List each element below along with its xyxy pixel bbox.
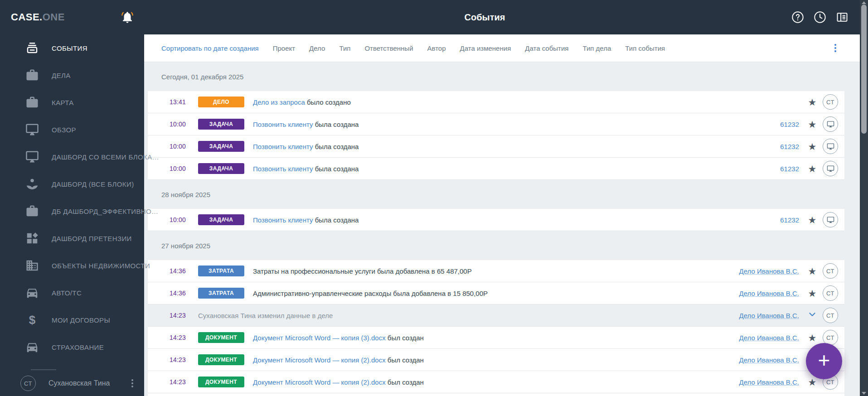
- building-icon: [25, 258, 42, 273]
- star-icon[interactable]: ★: [806, 142, 818, 151]
- sidebar-item-events[interactable]: СОБЫТИЯ: [0, 34, 144, 62]
- sidebar-item-map[interactable]: КАРТА: [0, 89, 144, 116]
- sidebar: СОБЫТИЯДЕЛАКАРТАОБЗОРДАШБОРД СО ВСЕМИ БЛ…: [0, 34, 144, 396]
- filter-case-type[interactable]: Тип дела: [582, 44, 611, 52]
- user-menu-dots-icon[interactable]: [131, 379, 133, 387]
- sidebar-item-label: ОБЗОР: [52, 126, 76, 134]
- case-number-link[interactable]: 61232: [780, 143, 799, 150]
- event-type-badge: ДЕЛО: [198, 97, 244, 107]
- event-type-badge: ЗАДАЧА: [198, 119, 244, 130]
- filter-date-event[interactable]: Дата события: [525, 44, 568, 52]
- page-title: События: [144, 0, 825, 34]
- event-row[interactable]: 10:00ЗАДАЧАПозвонить клиенту была создан…: [148, 113, 844, 135]
- sidebar-item-contracts[interactable]: $МОИ ДОГОВОРЫ: [0, 306, 144, 333]
- sidebar-item-real-estate[interactable]: ОБЪЕКТЫ НЕДВИЖИМОСТИ: [0, 252, 144, 279]
- filter-menu-dots-icon[interactable]: [834, 44, 836, 52]
- event-link[interactable]: Дело из запроса: [253, 98, 305, 106]
- avatar-monitor-icon: [823, 116, 838, 132]
- history-icon[interactable]: [814, 11, 826, 24]
- sidebar-item-cases[interactable]: ДЕЛА: [0, 62, 144, 89]
- page-scrollbar[interactable]: [860, 0, 868, 396]
- event-row[interactable]: 10:00ЗАДАЧАПозвонить клиенту была создан…: [148, 209, 844, 231]
- event-time: 14:23: [170, 356, 198, 363]
- star-icon[interactable]: ★: [806, 164, 818, 174]
- avatar-monitor-icon: [823, 161, 838, 176]
- monitor-icon: [25, 122, 42, 137]
- case-number-link[interactable]: 61232: [780, 165, 799, 173]
- add-event-fab[interactable]: +: [806, 343, 842, 379]
- events-list: Сегодня, 01 декабря 202513:41ДЕЛОДело из…: [148, 62, 844, 396]
- star-icon[interactable]: ★: [806, 215, 818, 225]
- event-time: 10:00: [170, 143, 198, 150]
- logo-area: CASE.ONE: [0, 0, 144, 34]
- event-time: 10:00: [170, 165, 198, 172]
- sidebar-item-label: МОИ ДОГОВОРЫ: [52, 316, 110, 324]
- star-icon[interactable]: ★: [806, 377, 818, 387]
- avatar-initials: СТ: [823, 285, 838, 301]
- event-row[interactable]: 14:23ДОКУМЕНТДокумент Microsoft Word — к…: [148, 349, 844, 371]
- sidebar-item-dashboard-all-blocks[interactable]: ДАШБОРД СО ВСЕМИ БЛОКА…: [0, 143, 144, 170]
- avatar-initials: СТ: [823, 94, 838, 110]
- case-link[interactable]: Дело Иванова В.С.: [739, 312, 799, 319]
- case-link[interactable]: Дело Иванова В.С.: [739, 290, 799, 297]
- filter-case[interactable]: Дело: [309, 44, 325, 52]
- filter-type[interactable]: Тип: [339, 44, 350, 52]
- help-icon[interactable]: [791, 11, 804, 24]
- sidebar-item-insurance[interactable]: СТРАХОВАНИЕ: [0, 333, 144, 361]
- event-link[interactable]: Позвонить клиенту: [253, 143, 313, 150]
- sidebar-item-auto[interactable]: АВТО/ТС: [0, 279, 144, 306]
- case-number-link[interactable]: 61232: [780, 216, 799, 224]
- star-icon[interactable]: ★: [806, 266, 818, 276]
- event-row[interactable]: 13:41ДЕЛОДело из запроса было создано★СТ: [148, 91, 844, 113]
- layout-columns-icon[interactable]: [836, 11, 849, 24]
- sidebar-item-dashboard-vse-bloki[interactable]: ДАШБОРД (ВСЕ БЛОКИ): [0, 170, 144, 198]
- scroll-up-arrow-icon[interactable]: [862, 1, 866, 4]
- briefcase-icon: [25, 204, 42, 218]
- briefcase-icon: [25, 68, 42, 82]
- event-link[interactable]: Позвонить клиенту: [253, 121, 313, 128]
- sidebar-item-db-dashboard-effect[interactable]: ДБ ДАШБОРД_ЭФФЕКТИВНО…: [0, 198, 144, 225]
- notifications-bell-icon[interactable]: [121, 10, 134, 24]
- event-type-badge: ДОКУМЕНТ: [198, 377, 244, 387]
- event-link[interactable]: Позвонить клиенту: [253, 216, 313, 224]
- filter-author[interactable]: Автор: [427, 44, 446, 52]
- filter-responsible[interactable]: Ответственный: [364, 44, 413, 52]
- event-row[interactable]: 10:00ЗАДАЧАПозвонить клиенту была создан…: [148, 135, 844, 158]
- sidebar-item-label: ДБ ДАШБОРД_ЭФФЕКТИВНО…: [52, 208, 159, 215]
- event-row[interactable]: 14:23Сухановская Тина изменил данные в д…: [148, 304, 844, 327]
- star-icon[interactable]: ★: [806, 333, 818, 343]
- case-link[interactable]: Дело Иванова В.С.: [739, 334, 799, 342]
- event-row[interactable]: 14:23ДОКУМЕНТДокумент Microsoft Word — к…: [148, 371, 844, 393]
- filter-event-type[interactable]: Тип события: [625, 44, 665, 52]
- case-link[interactable]: Дело Иванова В.С.: [739, 378, 799, 386]
- star-icon[interactable]: ★: [806, 289, 818, 298]
- header-actions: [791, 0, 849, 34]
- user-name: Сухановская Тина: [48, 379, 110, 387]
- event-time: 14:23: [170, 312, 198, 319]
- filter-sort-by-created[interactable]: Сортировать по дате создания: [161, 44, 259, 52]
- event-type-badge: ДОКУМЕНТ: [198, 332, 244, 343]
- event-link[interactable]: Документ Microsoft Word — копия (2).docx: [253, 356, 386, 364]
- event-row[interactable]: 14:23ДОКУМЕНТДокумент Microsoft Word — к…: [148, 327, 844, 349]
- sidebar-item-dashboard-pretenzii[interactable]: ДАШБОРД ПРЕТЕНЗИИ: [0, 225, 144, 252]
- event-row[interactable]: 10:00ЗАДАЧАПозвонить клиенту была создан…: [148, 158, 844, 180]
- case-link[interactable]: Дело Иванова В.С.: [739, 356, 799, 364]
- filter-project[interactable]: Проект: [273, 44, 295, 52]
- event-link[interactable]: Документ Microsoft Word — копия (3).docx: [253, 334, 386, 342]
- chevron-down-icon[interactable]: [806, 309, 818, 321]
- event-link[interactable]: Позвонить клиенту: [253, 165, 313, 173]
- event-row[interactable]: 14:36ЗАТРАТАЗатраты на профессиональные …: [148, 260, 844, 282]
- sidebar-item-label: ДАШБОРД (ВСЕ БЛОКИ): [52, 180, 134, 188]
- sidebar-user[interactable]: СТ Сухановская Тина: [0, 371, 144, 396]
- event-row[interactable]: 14:36ЗАТРАТААдминистративно-управленческ…: [148, 282, 844, 304]
- case-number-link[interactable]: 61232: [780, 121, 799, 128]
- group-date-label: Сегодня, 01 декабря 2025: [148, 62, 844, 91]
- sidebar-item-overview[interactable]: ОБЗОР: [0, 116, 144, 143]
- filter-date-modified[interactable]: Дата изменения: [460, 44, 511, 52]
- scroll-down-arrow-icon[interactable]: [862, 392, 866, 395]
- scrollbar-thumb[interactable]: [861, 5, 867, 134]
- star-icon[interactable]: ★: [806, 97, 818, 107]
- event-link[interactable]: Документ Microsoft Word — копия (2).docx: [253, 378, 386, 386]
- case-link[interactable]: Дело Иванова В.С.: [739, 267, 799, 275]
- star-icon[interactable]: ★: [806, 120, 818, 129]
